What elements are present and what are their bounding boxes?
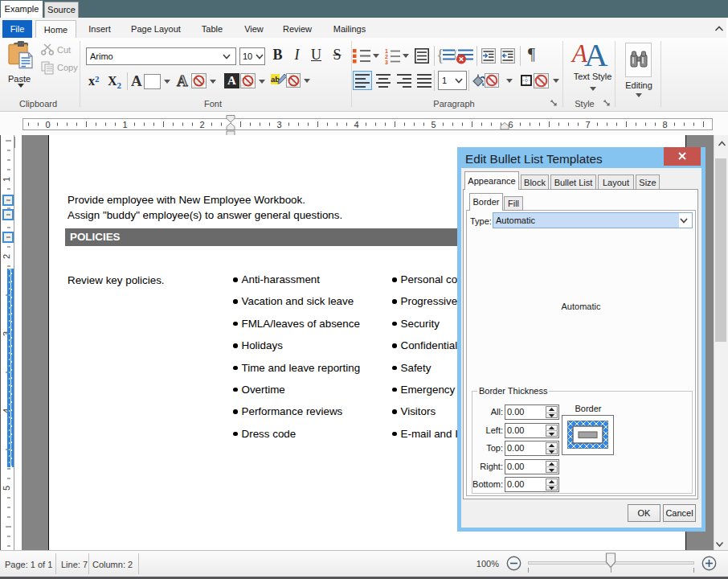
svg-text:2: 2 bbox=[2, 254, 11, 259]
svg-text:1: 1 bbox=[122, 120, 127, 129]
svg-text:7: 7 bbox=[585, 120, 590, 129]
svg-text:1: 1 bbox=[2, 177, 11, 182]
svg-text:4: 4 bbox=[354, 120, 358, 129]
svg-text:5: 5 bbox=[431, 120, 436, 129]
svg-text:1: 1 bbox=[385, 48, 388, 54]
svg-text:8: 8 bbox=[662, 120, 667, 129]
svg-text:2: 2 bbox=[199, 120, 204, 129]
svg-text:5: 5 bbox=[2, 486, 11, 491]
svg-text:2: 2 bbox=[385, 54, 388, 60]
svg-text:3: 3 bbox=[385, 60, 388, 65]
svg-text:0: 0 bbox=[45, 120, 50, 129]
svg-text:3: 3 bbox=[276, 120, 281, 129]
